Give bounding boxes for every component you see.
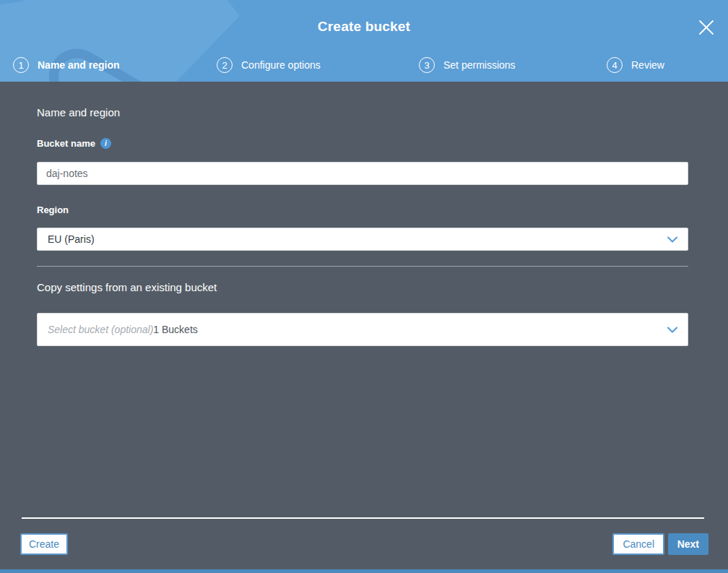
modal-title: Create bucket: [0, 19, 728, 35]
region-label-text: Region: [37, 204, 69, 215]
modal-header: Create bucket 1 Name and region 2 Config…: [0, 0, 728, 82]
copy-settings-bucket-select[interactable]: Select bucket (optional) 1 Buckets: [37, 313, 688, 346]
modal-body: Name and region Bucket name i Region EU …: [0, 82, 728, 573]
step-number-badge: 3: [419, 57, 435, 73]
copy-settings-title: Copy settings from an existing bucket: [37, 281, 217, 293]
step-review[interactable]: 4 Review: [607, 56, 664, 74]
section-divider: [37, 266, 688, 267]
step-label: Review: [631, 59, 664, 71]
bucket-select-count: 1 Buckets: [153, 324, 197, 335]
step-label: Name and region: [38, 59, 120, 71]
create-button[interactable]: Create: [20, 533, 68, 555]
step-set-permissions[interactable]: 3 Set permissions: [419, 56, 516, 74]
bucket-name-label: Bucket name i: [37, 138, 111, 149]
section-title-name-and-region: Name and region: [37, 106, 120, 119]
region-label: Region: [37, 204, 69, 215]
step-label: Configure options: [241, 59, 321, 71]
bucket-name-input[interactable]: [37, 162, 688, 185]
step-configure-options[interactable]: 2 Configure options: [217, 56, 321, 74]
chevron-down-icon: [667, 236, 677, 243]
page-background-strip: [0, 569, 728, 573]
create-bucket-modal: Create bucket 1 Name and region 2 Config…: [0, 0, 728, 573]
cancel-button[interactable]: Cancel: [612, 533, 664, 555]
info-icon[interactable]: i: [100, 138, 111, 149]
step-number-badge: 4: [607, 57, 623, 73]
bucket-name-label-text: Bucket name: [37, 138, 95, 149]
bucket-select-placeholder: Select bucket (optional): [48, 324, 153, 335]
step-name-and-region[interactable]: 1 Name and region: [13, 56, 120, 74]
close-icon[interactable]: [698, 20, 714, 35]
next-button[interactable]: Next: [668, 533, 708, 555]
step-number-badge: 2: [217, 57, 233, 73]
footer-divider: [22, 517, 704, 519]
region-select[interactable]: EU (Paris): [37, 228, 688, 251]
step-label: Set permissions: [443, 59, 516, 71]
chevron-down-icon: [667, 327, 677, 333]
region-select-value: EU (Paris): [48, 233, 95, 245]
step-number-badge: 1: [13, 57, 29, 73]
